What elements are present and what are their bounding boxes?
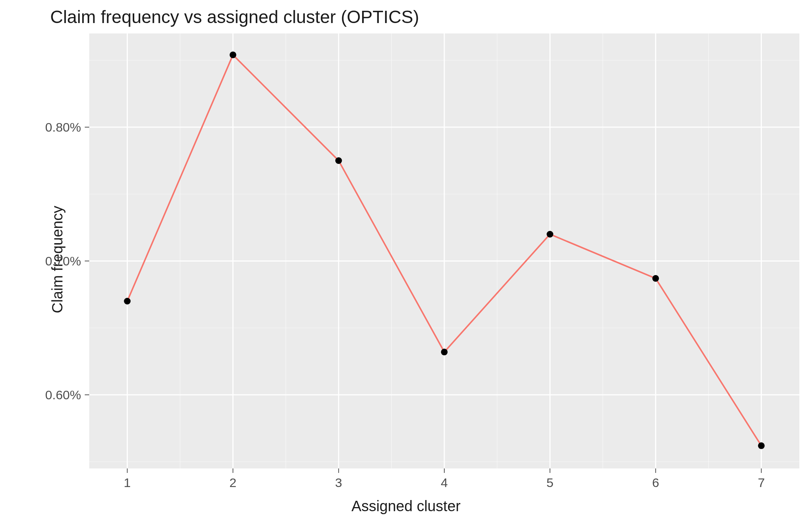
- data-point: [230, 52, 236, 58]
- y-axis-ticks: 0.60%0.70%0.80%: [45, 120, 89, 402]
- x-tick-label: 7: [758, 476, 765, 490]
- x-tick-label: 1: [124, 476, 131, 490]
- chart-svg: 1234567 0.60%0.70%0.80%: [0, 0, 812, 519]
- data-point: [335, 157, 342, 164]
- data-point: [758, 442, 765, 449]
- y-tick-label: 0.80%: [45, 120, 81, 134]
- data-point: [124, 298, 130, 304]
- x-tick-label: 5: [547, 476, 554, 490]
- chart-container: Claim frequency vs assigned cluster (OPT…: [0, 0, 812, 519]
- y-tick-label: 0.70%: [45, 254, 81, 268]
- x-tick-label: 3: [335, 476, 342, 490]
- x-tick-label: 2: [229, 476, 236, 490]
- x-axis-ticks: 1234567: [124, 468, 765, 490]
- data-point: [547, 231, 553, 238]
- x-tick-label: 6: [652, 476, 659, 490]
- y-tick-label: 0.60%: [45, 388, 81, 402]
- data-point: [441, 349, 448, 355]
- data-point: [652, 275, 659, 282]
- x-tick-label: 4: [441, 476, 448, 490]
